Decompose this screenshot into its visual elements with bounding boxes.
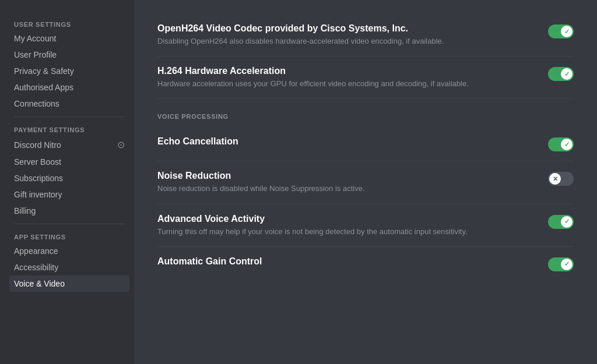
app-settings-label: APP SETTINGS [9,229,129,243]
toggle-advanced-voice[interactable]: ✓ ✕ [548,215,574,229]
setting-title-openh264: OpenH264 Video Codec provided by Cisco S… [157,23,536,34]
sidebar-item-connections[interactable]: Connections [9,96,129,112]
sidebar-item-gift-inventory[interactable]: Gift inventory [9,186,129,203]
sidebar-item-subscriptions[interactable]: Subscriptions [9,170,129,186]
toggle-thumb-echo: ✓ ✕ [561,139,573,150]
setting-text-advanced-voice: Advanced Voice Activity Turning this off… [157,214,548,237]
sidebar-item-user-profile[interactable]: User Profile [9,47,129,63]
sidebar-item-server-boost[interactable]: Server Boost [9,154,129,170]
setting-echo-cancellation: Echo Cancellation ✓ ✕ [157,127,574,161]
toggle-openh264[interactable]: ✓ ✕ [548,24,574,38]
user-settings-label: USER SETTINGS [9,16,129,30]
sidebar-item-discord-nitro[interactable]: Discord Nitro ⊙ [9,136,129,154]
toggle-track-advanced-voice[interactable]: ✓ ✕ [548,215,574,229]
toggle-echo[interactable]: ✓ ✕ [548,137,574,151]
setting-title-noise: Noise Reduction [157,171,536,181]
setting-desc-openh264: Disabling OpenH264 also disables hardwar… [157,36,536,47]
setting-desc-advanced-voice: Turning this off may help if your voice … [157,227,536,237]
toggle-thumb-noise: ✓ ✕ [549,173,561,185]
setting-title-advanced-voice: Advanced Voice Activity [157,214,536,224]
app-settings-section: APP SETTINGS Appearance Accessibility Vo… [9,229,129,292]
toggle-h264[interactable]: ✓ ✕ [548,67,574,81]
sidebar-item-label: Gift inventory [14,190,62,199]
check-icon: ✓ [564,141,570,149]
setting-text-auto-gain: Automatic Gain Control [157,256,548,269]
sidebar-item-authorised-apps[interactable]: Authorised Apps [9,79,129,96]
setting-openh264: OpenH264 Video Codec provided by Cisco S… [157,14,574,56]
setting-text-openh264: OpenH264 Video Codec provided by Cisco S… [157,23,548,47]
sidebar-item-label: Voice & Video [14,279,65,288]
sidebar-item-privacy-safety[interactable]: Privacy & Safety [9,63,129,79]
sidebar-divider-1 [14,116,125,117]
sidebar-item-label: User Profile [14,50,57,59]
sidebar-item-label: Billing [14,206,36,215]
sidebar-divider-2 [14,224,125,224]
nitro-icon: ⊙ [117,139,125,150]
toggle-thumb-auto-gain: ✓ ✕ [561,259,573,270]
x-icon: ✕ [553,175,558,183]
sidebar-item-accessibility[interactable]: Accessibility [9,259,129,275]
check-icon: ✓ [564,28,570,36]
sidebar-item-my-account[interactable]: My Account [9,30,129,47]
sidebar: USER SETTINGS My Account User Profile Pr… [0,0,134,364]
voice-processing-header: VOICE PROCESSING [157,113,574,120]
setting-text-h264: H.264 Hardware Acceleration Hardware acc… [157,66,548,89]
sidebar-item-voice-video[interactable]: Voice & Video [9,275,129,292]
setting-desc-noise: Noise reduction is disabled while Noise … [157,183,536,194]
toggle-noise[interactable]: ✓ ✕ [548,172,574,186]
sidebar-item-label: Server Boost [14,157,61,167]
setting-title-h264: H.264 Hardware Acceleration [157,66,536,76]
sidebar-item-label: Authorised Apps [14,83,73,92]
toggle-thumb-advanced-voice: ✓ ✕ [561,216,573,228]
setting-desc-h264: Hardware acceleration uses your GPU for … [157,79,536,89]
setting-text-noise: Noise Reduction Noise reduction is disab… [157,171,548,194]
toggle-track-noise[interactable]: ✓ ✕ [548,172,574,186]
check-icon: ✓ [564,70,570,78]
main-content: OpenH264 Video Codec provided by Cisco S… [134,0,597,364]
setting-h264: H.264 Hardware Acceleration Hardware acc… [157,56,574,99]
setting-advanced-voice: Advanced Voice Activity Turning this off… [157,204,574,247]
toggle-track-h264[interactable]: ✓ ✕ [548,67,574,81]
setting-text-echo: Echo Cancellation [157,136,548,149]
sidebar-item-label: Connections [14,99,59,108]
sidebar-item-label: My Account [14,34,56,43]
setting-title-echo: Echo Cancellation [157,136,536,147]
sidebar-item-label: Appearance [14,246,58,256]
toggle-thumb-h264: ✓ ✕ [561,68,573,80]
sidebar-item-label: Discord Nitro [14,140,61,150]
sidebar-item-appearance[interactable]: Appearance [9,243,129,259]
setting-auto-gain: Automatic Gain Control ✓ ✕ [157,247,574,281]
user-settings-section: USER SETTINGS My Account User Profile Pr… [9,16,129,112]
sidebar-item-billing[interactable]: Billing [9,203,129,219]
payment-settings-section: PAYMENT SETTINGS Discord Nitro ⊙ Server … [9,122,129,219]
sidebar-item-label: Privacy & Safety [14,66,74,76]
sidebar-item-label: Subscriptions [14,174,63,183]
toggle-auto-gain[interactable]: ✓ ✕ [548,257,574,271]
toggle-track-openh264[interactable]: ✓ ✕ [548,24,574,38]
toggle-track-echo[interactable]: ✓ ✕ [548,137,574,151]
setting-noise-reduction: Noise Reduction Noise reduction is disab… [157,161,574,204]
toggle-track-auto-gain[interactable]: ✓ ✕ [548,257,574,271]
sidebar-item-label: Accessibility [14,263,58,272]
setting-title-auto-gain: Automatic Gain Control [157,256,536,267]
payment-settings-label: PAYMENT SETTINGS [9,122,129,136]
toggle-thumb-openh264: ✓ ✕ [561,26,573,37]
check-icon: ✓ [564,260,570,268]
check-icon: ✓ [564,218,570,225]
